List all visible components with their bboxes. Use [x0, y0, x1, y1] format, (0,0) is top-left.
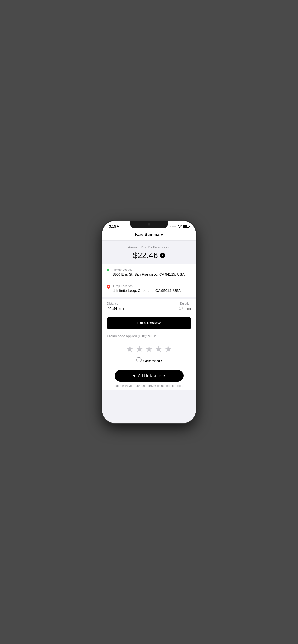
heart-icon: ♥	[133, 373, 136, 378]
distance-item: Distance 74.34 km	[107, 302, 124, 311]
phone-frame: 3:15 ▶	[102, 221, 196, 423]
stars-row: ★ ★ ★ ★ ★	[107, 344, 191, 354]
scroll-content[interactable]: Fare Summary Amount Paid By Passenger: $…	[102, 229, 196, 417]
notch	[130, 221, 168, 228]
star-5[interactable]: ★	[164, 344, 172, 354]
svg-point-2	[138, 360, 139, 360]
add-to-favourite-button[interactable]: ♥ Add to favourite	[115, 370, 184, 382]
fare-review-section: Fare Review	[102, 314, 196, 332]
drop-label: Drop Location	[113, 284, 191, 288]
page-title: Fare Summary	[135, 232, 163, 237]
signal-dot-1	[170, 226, 171, 227]
screen: 3:15 ▶	[102, 221, 196, 423]
signal-dot-2	[172, 226, 173, 227]
page-header: Fare Summary	[102, 229, 196, 240]
star-1[interactable]: ★	[126, 344, 134, 354]
star-3[interactable]: ★	[145, 344, 153, 354]
stars-section: ★ ★ ★ ★ ★	[102, 342, 196, 366]
info-icon[interactable]: i	[160, 253, 165, 258]
signal-dots	[170, 226, 176, 227]
drop-address: 1 Infinite Loop, Cupertino, CA 95014, US…	[113, 288, 191, 293]
amount-label: Amount Paid By Passenger:	[107, 245, 191, 249]
pickup-label: Pickup Location	[112, 268, 191, 272]
fare-review-button[interactable]: Fare Review	[107, 317, 191, 329]
bottom-area	[102, 390, 196, 417]
comment-label: Comment !	[143, 359, 162, 363]
pickup-dot-icon	[107, 269, 109, 271]
location-section: Pickup Location 1800 Ellis St, San Franc…	[102, 264, 196, 296]
duration-label: Duration	[179, 302, 191, 305]
status-icons	[170, 224, 189, 228]
star-4[interactable]: ★	[155, 344, 163, 354]
location-divider	[107, 280, 191, 280]
signal-dot-3	[174, 226, 175, 227]
svg-point-3	[139, 360, 140, 360]
star-2[interactable]: ★	[135, 344, 143, 354]
favourite-button-label: Add to favourite	[138, 374, 165, 378]
navigation-icon: ▶	[117, 225, 119, 228]
comment-button[interactable]: Comment !	[107, 357, 191, 364]
svg-point-1	[137, 360, 138, 360]
duration-value: 17 min	[179, 306, 191, 311]
drop-text: Drop Location 1 Infinite Loop, Cupertino…	[113, 284, 191, 293]
favourite-subtext: Ride with your favourite driver on sched…	[107, 384, 191, 388]
pickup-address: 1800 Ellis St, San Francisco, CA 94115, …	[112, 272, 191, 277]
distance-label: Distance	[107, 302, 124, 305]
amount-value: $22.46 i	[107, 250, 191, 260]
favourite-section: ♥ Add to favourite Ride with your favour…	[102, 366, 196, 390]
amount-section: Amount Paid By Passenger: $22.46 i	[102, 240, 196, 264]
front-camera	[147, 223, 151, 226]
wifi-icon	[178, 224, 182, 228]
pickup-text: Pickup Location 1800 Ellis St, San Franc…	[112, 268, 191, 277]
distance-section: Distance 74.34 km Duration 17 min	[102, 296, 196, 314]
signal-dot-4	[175, 226, 176, 227]
status-time: 3:15 ▶	[109, 224, 119, 228]
drop-location-item: Drop Location 1 Infinite Loop, Cupertino…	[107, 284, 191, 293]
distance-value: 74.34 km	[107, 306, 124, 311]
promo-section: Promo code applied (U10): $4.94	[102, 332, 196, 342]
promo-text: Promo code applied (U10): $4.94	[107, 334, 157, 338]
comment-icon	[136, 357, 142, 364]
duration-item: Duration 17 min	[179, 302, 191, 311]
pickup-location-item: Pickup Location 1800 Ellis St, San Franc…	[107, 268, 191, 277]
drop-pin-icon	[107, 284, 110, 288]
battery-icon	[183, 225, 189, 228]
